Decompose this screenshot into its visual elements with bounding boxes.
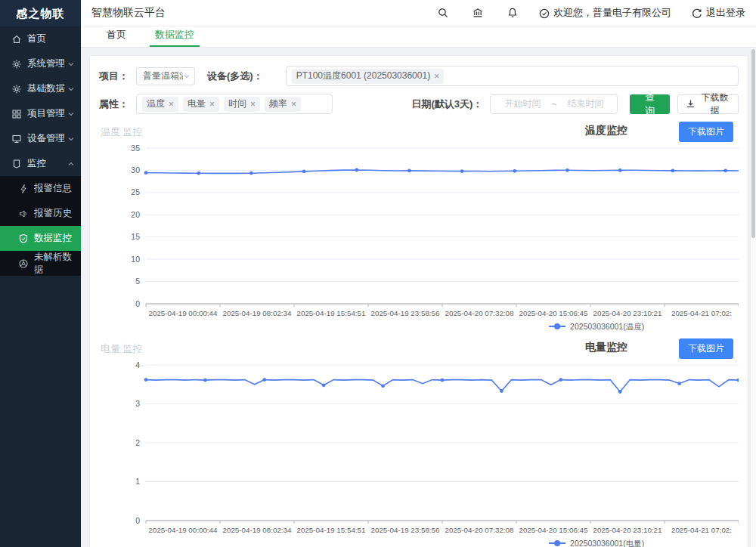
tab-data-monitor[interactable]: 数据监控 [150,28,200,47]
tab-home[interactable]: 首页 [101,28,132,47]
chevron-down-icon [183,73,191,80]
sidebar-item-label: 监控 [27,157,46,170]
date-start-placeholder: 开始时间 [504,97,541,110]
globe-icon [18,258,29,269]
project-select[interactable]: 普量温箱温度... [136,67,195,85]
topbar: 智慧物联云平台 欢迎您，普量电子有限公司 退出登录 [81,0,756,26]
svg-text:2025-04-19 08:02:34: 2025-04-19 08:02:34 [223,309,293,317]
download-image-button-battery[interactable]: 下载图片 [679,338,733,359]
sidebar-item-label: 未解析数据 [34,251,81,277]
sidebar-item-label: 设备管理 [27,132,65,145]
filter-row-project: 项目： 普量温箱温度... 设备(多选)： PT100温度6001 (20250… [99,66,739,86]
svg-text:15: 15 [131,232,140,241]
chevron-down-icon [67,110,75,118]
svg-text:2025-04-20 15:06:45: 2025-04-20 15:06:45 [519,309,589,317]
bookmark-icon [11,159,22,169]
scrollbar-thumb[interactable] [751,49,755,238]
temperature-section-label: 温度 监控 [101,125,143,139]
date-range-input[interactable]: 开始时间 ~ 结束时间 [490,94,618,114]
home-icon [11,34,22,45]
svg-text:0: 0 [135,299,140,308]
download-data-button[interactable]: 下载数据 [677,94,739,114]
svg-text:2025-04-20 15:06:45: 2025-04-20 15:06:45 [519,526,589,534]
sidebar-item-base-data[interactable]: 基础数据 [0,76,81,101]
sidebar: 感之物联 首页系统管理基础数据项目管理设备管理监控报警信息报警历史数据监控未解析… [0,0,81,547]
brand-logo: 感之物联 [0,0,81,26]
tag: 电量× [183,97,219,112]
svg-text:2025-04-19 15:54:51: 2025-04-19 15:54:51 [297,526,366,534]
sidebar-item-device-mgmt[interactable]: 设备管理 [0,126,81,151]
sidebar-item-home[interactable]: 首页 [0,26,81,51]
vertical-scrollbar [750,48,756,547]
sidebar-item-label: 报警信息 [34,182,72,195]
main-area: 智慧物联云平台 欢迎您，普量电子有限公司 退出登录 首页 数据监控 [81,0,756,547]
sidebar-item-project-mgmt[interactable]: 项目管理 [0,101,81,126]
tag: 频率× [265,97,301,112]
temperature-chart-title: 温度监控 [585,124,627,138]
sidebar-item-unparsed-data[interactable]: 未解析数据 [0,251,81,276]
chevron-up-icon [67,160,75,168]
lightning-icon [18,184,29,194]
data-monitor-panel: 项目： 普量温箱温度... 设备(多选)： PT100温度6001 (20250… [89,55,748,547]
app-title: 智慧物联云平台 [91,6,166,20]
sidebar-item-data-monitor[interactable]: 数据监控 [0,226,81,251]
remove-tag-icon[interactable]: × [209,100,215,109]
bell-icon[interactable] [507,7,519,19]
sidebar-item-monitor[interactable]: 监控 [0,151,81,176]
svg-text:2025-04-19 08:02:34: 2025-04-19 08:02:34 [223,526,293,534]
logout-icon [691,8,702,19]
svg-text:3: 3 [135,399,140,408]
chevron-down-icon [67,60,75,68]
attr-label: 属性： [99,97,129,111]
chevron-down-icon [67,85,75,93]
svg-text:202503036001(电量): 202503036001(电量) [570,539,644,547]
remove-tag-icon[interactable]: × [169,100,174,109]
svg-text:0: 0 [135,516,140,525]
svg-text:2025-04-20 07:32:08: 2025-04-20 07:32:08 [445,309,515,317]
welcome-account[interactable]: 欢迎您，普量电子有限公司 [538,6,671,20]
remove-tag-icon[interactable]: × [250,100,256,109]
bank-icon[interactable] [472,7,484,19]
sidebar-item-alarm-info[interactable]: 报警信息 [0,176,81,201]
tag: PT100温度6001 (202503036001)× [292,69,444,84]
circle-check-icon [538,8,550,19]
chart-canvas: 051015202530352025-04-19 00:00:442025-04… [99,142,739,332]
logout-text: 退出登录 [706,6,745,20]
date-label: 日期(默认3天)： [411,97,482,111]
sidebar-item-label: 首页 [27,32,46,45]
shield-check-icon [18,233,29,244]
svg-text:2025-04-20 07:32:08: 2025-04-20 07:32:08 [445,526,515,534]
svg-text:2025-04-21 07:02:: 2025-04-21 07:02: [671,526,732,534]
sidebar-item-alarm-history[interactable]: 报警历史 [0,201,81,226]
device-multiselect[interactable]: PT100温度6001 (202503036001)× [286,66,739,86]
svg-text:30: 30 [131,165,140,175]
download-image-button-temperature[interactable]: 下载图片 [679,122,733,142]
remove-tag-icon[interactable]: × [434,72,439,81]
svg-text:2025-04-19 23:58:56: 2025-04-19 23:58:56 [371,526,441,534]
svg-text:4: 4 [135,360,140,369]
app: { "brand": { "logo_text": "感之物联", "app_t… [0,0,756,547]
content: 项目： 普量温箱温度... 设备(多选)： PT100温度6001 (20250… [81,48,756,547]
svg-text:10: 10 [131,255,140,264]
svg-text:2025-04-19 15:54:51: 2025-04-19 15:54:51 [297,309,366,317]
submenu-monitor: 报警信息报警历史数据监控未解析数据 [0,176,81,276]
device-label: 设备(多选)： [207,70,263,83]
logout-button[interactable]: 退出登录 [691,6,745,20]
query-button[interactable]: 查 询 [630,94,670,114]
sidebar-item-label: 系统管理 [27,57,65,70]
sidebar-item-label: 基础数据 [27,82,65,95]
attr-multiselect[interactable]: 温度×电量×时间×频率× [136,94,333,114]
chart-legend: 202503036001(电量) [549,539,644,547]
sidebar-item-system-mgmt[interactable]: 系统管理 [0,51,81,76]
tag: 时间× [224,97,260,112]
sidebar-item-label: 数据监控 [34,232,72,245]
svg-text:2: 2 [135,438,140,447]
remove-tag-icon[interactable]: × [291,100,296,109]
sidebar-menu: 首页系统管理基础数据项目管理设备管理监控报警信息报警历史数据监控未解析数据 [0,26,81,276]
chart-canvas: 012342025-04-19 00:00:442025-04-19 08:02… [99,359,739,547]
svg-text:202503036001(温度): 202503036001(温度) [570,322,644,331]
svg-text:20: 20 [131,210,140,219]
search-icon[interactable] [437,7,449,19]
svg-text:35: 35 [131,144,140,153]
svg-text:2025-04-19 00:00:44: 2025-04-19 00:00:44 [149,309,218,317]
